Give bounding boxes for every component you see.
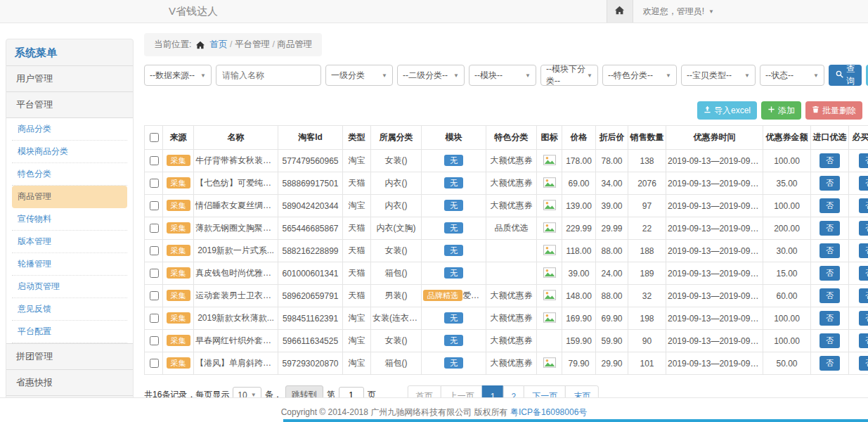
import-select-toggle[interactable]: 否 [820, 221, 840, 236]
filter-select[interactable]: 一级分类▼ [325, 65, 393, 86]
sales-cell: 188 [628, 240, 666, 262]
coupon-time-cell: 2019-09-13—2019-09-18 [666, 172, 763, 195]
icon-cell [537, 172, 562, 195]
import-select-toggle[interactable]: 否 [820, 153, 840, 168]
filter-select-label: --宝贝类型-- [687, 70, 732, 82]
import-select-toggle[interactable]: 否 [820, 266, 840, 281]
row-checkbox[interactable] [150, 156, 159, 165]
user-menu[interactable]: 欢迎您，管理员! ▼ [633, 6, 724, 18]
must-buy-toggle[interactable]: 否 [859, 153, 868, 168]
filter-select[interactable]: --状态--▼ [760, 65, 824, 86]
import-select-toggle[interactable]: 否 [820, 243, 840, 258]
filter-select-data-source[interactable]: --数据来源--▼ [144, 65, 212, 86]
sidebar-subitem[interactable]: 商品分类 [12, 118, 127, 141]
sidebar-group-item[interactable]: 用户管理 [6, 65, 133, 91]
name-search-input[interactable] [216, 65, 321, 86]
discount-price-cell: 24.00 [596, 262, 628, 285]
must-buy-toggle[interactable]: 否 [859, 288, 868, 303]
batch-delete-button[interactable]: 批量删除 [805, 101, 862, 120]
must-buy-toggle[interactable]: 否 [859, 333, 868, 348]
must-buy-toggle[interactable]: 否 [859, 266, 868, 281]
home-button[interactable] [607, 0, 633, 23]
must-buy-toggle[interactable]: 否 [859, 311, 868, 326]
select-all-checkbox[interactable] [150, 133, 159, 142]
product-image-icon [543, 180, 556, 190]
filter-select[interactable]: --模块--▼ [469, 65, 536, 86]
sidebar-subitem[interactable]: 宣传物料 [12, 208, 127, 231]
product-image-icon [543, 203, 556, 212]
price-cell: 169.90 [562, 307, 596, 330]
filter-select[interactable]: --宝贝类型--▼ [681, 65, 756, 86]
sidebar-subitem[interactable]: 特色分类 [12, 163, 127, 186]
price-cell: 79.90 [562, 352, 596, 375]
category-cell: 男装() [371, 285, 422, 307]
sidebar-subitem[interactable]: 商品管理 [12, 186, 127, 208]
filter-select[interactable]: --特色分类--▼ [602, 65, 677, 86]
column-header: 特色分类 [486, 126, 537, 150]
coupon-time-cell: 2019-09-13—2019-09-17 [666, 150, 763, 172]
import-excel-button[interactable]: 导入excel [697, 101, 757, 120]
row-checkbox[interactable] [150, 201, 159, 210]
table-header: 来源名称淘客Id类型所属分类模块特色分类图标价格折后价销售数量优惠券时间优惠券金… [145, 126, 868, 150]
filter-select-label: --数据来源-- [150, 70, 195, 82]
product-image-icon [543, 270, 556, 280]
discount-price-cell: 88.00 [596, 240, 628, 262]
must-buy-toggle[interactable]: 否 [859, 356, 868, 371]
source-cell: 采集 [163, 195, 194, 217]
row-checkbox[interactable] [150, 269, 159, 278]
sidebar-subitem[interactable]: 启动页管理 [12, 276, 127, 298]
product-image-icon [543, 158, 556, 167]
import-select-toggle[interactable]: 否 [820, 198, 840, 213]
query-button[interactable]: 查询 [829, 65, 862, 86]
source-cell: 采集 [163, 285, 194, 307]
sidebar-subitem[interactable]: 意见反馈 [12, 298, 127, 321]
discount-price-cell: 69.90 [596, 307, 628, 330]
must-buy-toggle[interactable]: 否 [859, 198, 868, 213]
filter-select[interactable]: --模块下分类--▼ [540, 65, 598, 86]
sidebar-group-item[interactable]: 省惠快报 [6, 369, 133, 395]
source-cell: 采集 [163, 217, 194, 240]
import-select-toggle[interactable]: 否 [820, 356, 840, 371]
icon-cell [537, 150, 562, 172]
type-cell: 天猫 [343, 285, 371, 307]
column-header: 模块 [422, 126, 486, 150]
row-checkbox[interactable] [150, 246, 159, 255]
must-buy-toggle[interactable]: 否 [859, 176, 868, 191]
row-checkbox[interactable] [150, 359, 159, 368]
sidebar-subitem[interactable]: 平台配置 [12, 321, 127, 343]
must-buy-toggle[interactable]: 否 [859, 243, 868, 258]
icp-link[interactable]: 粤ICP备16098006号 [510, 407, 587, 417]
sidebar-subitem[interactable]: 模块商品分类 [12, 141, 127, 163]
row-checkbox[interactable] [150, 336, 159, 345]
row-checkbox[interactable] [150, 314, 159, 323]
product-image-icon [543, 315, 556, 325]
taoke-id-cell: 589620659791 [278, 285, 343, 307]
name-cell: 早春网红针织外套女春... [194, 330, 278, 352]
import-select-toggle[interactable]: 否 [820, 311, 840, 326]
sidebar-group-item[interactable]: 平台管理 [6, 91, 133, 117]
import-select-toggle[interactable]: 否 [820, 333, 840, 348]
import-select-toggle[interactable]: 否 [820, 288, 840, 303]
taoke-id-cell: 577479560965 [278, 150, 343, 172]
feature-cell: 大额优惠券 [486, 195, 537, 217]
must-buy-toggle[interactable]: 否 [859, 221, 868, 236]
must-buy-cell: 否 [849, 330, 868, 352]
row-checkbox[interactable] [150, 179, 159, 188]
row-checkbox[interactable] [150, 224, 159, 233]
breadcrumb-link[interactable]: 首页 [209, 39, 227, 49]
sidebar-subitem[interactable]: 版本管理 [12, 231, 127, 253]
discount-price-cell: 34.00 [596, 172, 628, 195]
filter-select[interactable]: --二级分类--▼ [397, 65, 465, 86]
import-select-toggle[interactable]: 否 [820, 176, 840, 191]
module-cell: 无 [422, 240, 486, 262]
module-cell: 无 [422, 262, 486, 285]
row-checkbox[interactable] [150, 291, 159, 300]
add-button[interactable]: 添加 [761, 101, 801, 120]
welcome-text: 欢迎您，管理员! [643, 6, 704, 18]
row-select-cell [145, 240, 163, 262]
sidebar-group-item[interactable]: 拼团管理 [6, 343, 133, 369]
sidebar-submenu: 商品分类模块商品分类特色分类商品管理宣传物料版本管理轮播管理启动页管理意见反馈平… [6, 117, 133, 343]
price-cell: 178.00 [562, 150, 596, 172]
type-cell: 淘宝 [343, 150, 371, 172]
sidebar-subitem[interactable]: 轮播管理 [12, 253, 127, 276]
